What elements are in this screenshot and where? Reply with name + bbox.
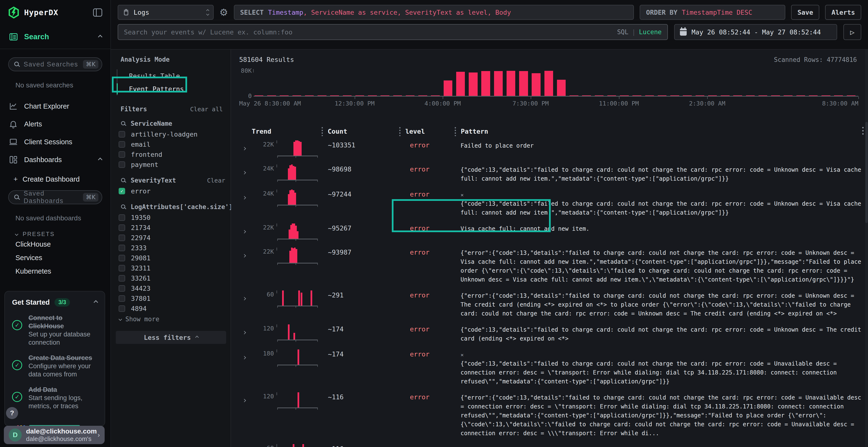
pattern-row[interactable]: 60~116error×{"code":13,"details":"failed… [239, 440, 868, 447]
preset-kubernetes[interactable]: Kubernetes [0, 265, 111, 278]
filter-option[interactable]: 22974 [117, 233, 227, 243]
create-dashboard-button[interactable]: + Create Dashboard [0, 171, 111, 187]
source-select[interactable]: Logs [118, 5, 214, 20]
mode-event-patterns[interactable]: Event Patterns [117, 82, 227, 95]
expand-chevron-icon[interactable] [243, 297, 246, 300]
checkbox[interactable] [119, 225, 125, 231]
expand-chevron-icon[interactable] [243, 254, 246, 257]
get-started-step[interactable]: ✓Connect to ClickHouseSet up your databa… [12, 314, 97, 347]
chevron-up-icon[interactable] [98, 158, 102, 162]
expand-chevron-icon[interactable] [243, 171, 246, 174]
pattern-row[interactable]: 120~174error{"code":13,"details":"failed… [239, 320, 868, 346]
clear-all-button[interactable]: Clear all [190, 106, 223, 113]
alerts-button[interactable]: Alerts [825, 5, 861, 20]
pattern-row[interactable]: 120~116error{"error":{"code":13,"details… [239, 388, 868, 440]
pattern-row[interactable]: 22K~103351errorFailed to place order [239, 137, 868, 161]
pattern-row[interactable]: 60~291error{"error":{"code":13,"details"… [239, 286, 868, 320]
scrollbar-thumb[interactable] [865, 122, 868, 223]
scrollbar[interactable] [865, 49, 868, 447]
help-button[interactable]: ? [6, 407, 18, 419]
checkbox[interactable] [119, 305, 125, 312]
sidebar-item-search[interactable]: Search [0, 25, 111, 49]
presets-toggle[interactable]: PRESETS [16, 231, 111, 238]
show-more-button[interactable]: Show more [117, 314, 227, 325]
filter-option[interactable]: ✓error [117, 186, 227, 196]
sidebar-item-client-sessions[interactable]: Client Sessions [0, 133, 111, 151]
expand-chevron-icon[interactable] [243, 147, 246, 150]
checkbox[interactable] [119, 141, 125, 148]
sidebar-item-chart-explorer[interactable]: Chart Explorer [0, 97, 111, 115]
mode-sql[interactable]: SQL [617, 28, 628, 36]
checkbox[interactable] [119, 285, 125, 291]
pattern-row[interactable]: 24K~98698error{"code":13,"details":"fail… [239, 161, 868, 186]
filter-option[interactable]: 29081 [117, 253, 227, 263]
mode-lucene[interactable]: Lucene [639, 28, 661, 36]
column-header-count[interactable]: Count [322, 127, 399, 136]
query-language-switch[interactable]: SQL | Lucene [617, 28, 661, 36]
pattern-row[interactable]: 22K~95267errorVisa cache full: cannot ad… [239, 220, 868, 244]
filter-option[interactable]: frontend [117, 149, 227, 160]
checkbox[interactable] [119, 295, 125, 302]
get-started-step[interactable]: ✓Create Data SourcesConfigure where your… [12, 354, 97, 378]
checkbox[interactable]: ✓ [119, 188, 125, 194]
filter-option[interactable]: 32311 [117, 263, 227, 273]
checkbox[interactable] [119, 131, 125, 138]
filter-option[interactable]: payment [117, 160, 227, 170]
search-input[interactable]: Search your events w/ Lucene ex. column:… [118, 24, 668, 40]
less-filters-button[interactable]: Less filters [116, 331, 226, 344]
checkbox[interactable] [119, 161, 125, 168]
checkbox[interactable] [119, 245, 125, 251]
sidebar-collapse-icon[interactable] [93, 8, 102, 16]
preset-services[interactable]: Services [0, 251, 111, 265]
table-options-menu-icon[interactable] [862, 127, 864, 135]
checkbox[interactable] [119, 151, 125, 158]
column-resize-handle[interactable] [399, 127, 401, 136]
expand-chevron-icon[interactable] [243, 331, 246, 334]
checkbox[interactable] [119, 275, 125, 281]
column-header-trend[interactable]: Trend [252, 128, 322, 135]
column-resize-handle[interactable] [322, 127, 323, 136]
filter-option[interactable]: 21734 [117, 222, 227, 233]
filter-option[interactable]: artillery-loadgen [117, 129, 227, 139]
preset-clickhouse[interactable]: ClickHouse [0, 238, 111, 251]
chevron-up-icon[interactable] [94, 300, 98, 304]
checkbox[interactable] [119, 265, 125, 271]
chevron-up-icon[interactable] [98, 35, 102, 39]
sidebar-item-dashboards[interactable]: Dashboards [0, 151, 111, 169]
time-range-picker[interactable]: May 26 08:52:44 - May 27 08:52:44 [674, 24, 837, 40]
pattern-row[interactable]: 24K~97244error×{"code":13,"details":"fai… [239, 186, 868, 220]
checkbox[interactable] [119, 235, 125, 241]
filter-option[interactable]: 33261 [117, 273, 227, 283]
user-menu[interactable]: D dale@clickhouse.com dale@clickhouse.co… [4, 426, 105, 444]
clear-filter-button[interactable]: Clear [207, 177, 225, 184]
expand-chevron-icon[interactable] [243, 356, 246, 359]
pattern-row[interactable]: 22K~93987error{"error":{"code":13,"detai… [239, 244, 868, 286]
pattern-row[interactable]: 180~174error×{"code":13,"details":"faile… [239, 346, 868, 388]
trend-sparkline [277, 349, 318, 365]
expand-chevron-icon[interactable] [243, 196, 246, 199]
column-header-pattern[interactable]: Pattern [455, 127, 862, 136]
source-settings-gear-icon[interactable]: ⚙ [219, 7, 228, 17]
filter-option[interactable]: 37801 [117, 294, 227, 304]
run-query-button[interactable]: ▷ [843, 24, 861, 40]
mode-results-table[interactable]: Results Table [117, 69, 227, 82]
order-by-input[interactable]: ORDER BY TimestampTime DESC [640, 5, 785, 20]
get-started-step[interactable]: ✓Add DataStart sending logs, metrics, or… [12, 386, 97, 410]
filter-option[interactable]: 2333 [117, 243, 227, 253]
filter-option[interactable]: 4894 [117, 304, 227, 314]
select-columns-input[interactable]: SELECT Timestamp , ServiceName as servic… [234, 5, 634, 20]
sidebar-item-alerts[interactable]: Alerts [0, 115, 111, 133]
checkbox[interactable] [119, 214, 125, 221]
expand-chevron-icon[interactable] [243, 399, 246, 402]
column-header-level[interactable]: level [399, 127, 455, 136]
save-button[interactable]: Save [791, 5, 819, 20]
saved-searches-input[interactable]: Saved Searches ⌘K [8, 57, 102, 71]
checkbox[interactable] [119, 255, 125, 261]
expand-chevron-icon[interactable] [243, 230, 246, 233]
saved-dashboards-input[interactable]: Saved Dashboards ⌘K [8, 190, 102, 204]
filter-option[interactable]: 34423 [117, 283, 227, 294]
filter-option[interactable]: email [117, 139, 227, 149]
results-histogram[interactable]: 80K 0 [254, 67, 858, 97]
column-resize-handle[interactable] [455, 127, 456, 136]
filter-option[interactable]: 19350 [117, 212, 227, 222]
